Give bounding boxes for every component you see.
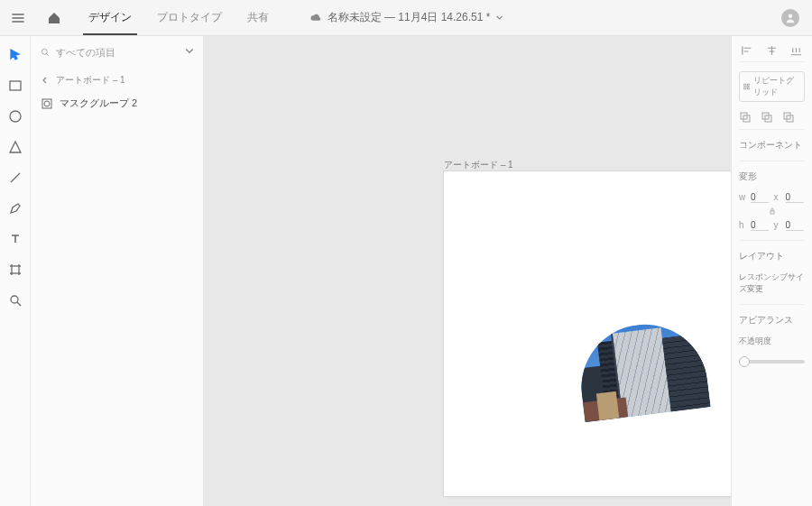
chevron-down-icon — [495, 14, 503, 22]
tab-share[interactable]: 共有 — [235, 0, 281, 35]
chevron-down-icon[interactable] — [185, 47, 194, 56]
section-component: コンポーネント — [739, 139, 805, 152]
svg-rect-3 — [12, 266, 19, 273]
section-appearance: アピアランス — [739, 314, 805, 327]
width-field[interactable]: w0 — [739, 192, 770, 203]
svg-point-7 — [44, 101, 50, 106]
search-icon — [40, 47, 51, 58]
menu-button[interactable] — [0, 0, 36, 36]
search-input[interactable] — [40, 43, 194, 61]
lock-icon — [769, 207, 776, 215]
rectangle-tool[interactable] — [7, 78, 23, 94]
artboard-tool[interactable] — [7, 262, 23, 278]
subtract-icon[interactable] — [761, 111, 773, 124]
tool-rail — [0, 36, 31, 506]
lock-aspect[interactable] — [739, 207, 805, 216]
opacity-slider-thumb[interactable] — [739, 356, 750, 367]
select-tool[interactable] — [7, 47, 23, 63]
artboard-icon — [8, 262, 23, 277]
tab-prototype[interactable]: プロトタイプ — [144, 0, 235, 35]
triangle-icon — [8, 140, 23, 154]
line-icon — [8, 170, 23, 185]
svg-point-4 — [11, 296, 18, 303]
repeat-grid-icon — [743, 82, 750, 91]
text-tool[interactable] — [7, 231, 23, 247]
svg-point-5 — [42, 49, 47, 54]
x-field[interactable]: X0 — [774, 192, 806, 203]
user-avatar[interactable] — [781, 9, 799, 27]
pen-icon — [8, 201, 23, 216]
boolean-ops — [739, 111, 805, 130]
section-layout: レイアウト — [739, 250, 805, 262]
layers-search — [40, 43, 194, 61]
rectangle-icon — [8, 78, 23, 93]
chevron-left-icon — [42, 77, 49, 84]
topbar-left-group: デザイン プロトタイプ 共有 — [0, 0, 281, 35]
svg-rect-10 — [744, 87, 746, 89]
layer-item[interactable]: マスクグループ 2 — [40, 94, 194, 113]
repeat-grid-button[interactable]: リピートグリッド — [739, 71, 805, 102]
breadcrumb-label: アートボード – 1 — [56, 74, 125, 87]
opacity-slider[interactable] — [739, 360, 805, 363]
pen-tool[interactable] — [7, 200, 23, 216]
svg-point-2 — [10, 111, 21, 122]
svg-rect-1 — [10, 81, 21, 90]
polygon-tool[interactable] — [7, 139, 23, 155]
height-field[interactable]: H0 — [739, 220, 770, 231]
svg-rect-8 — [744, 84, 746, 86]
align-right-icon[interactable] — [789, 45, 803, 56]
main-area: アートボード – 1 マスクグループ 2 アートボード – 1 — [0, 36, 812, 506]
transform-controls: w0 X0 H0 Y0 — [739, 192, 805, 231]
masked-image — [574, 317, 710, 422]
intersect-icon[interactable] — [782, 111, 795, 124]
magnify-icon — [8, 293, 23, 308]
mode-tabs: デザイン プロトタイプ 共有 — [76, 0, 281, 35]
svg-rect-11 — [747, 87, 749, 89]
canvas[interactable]: アートボード – 1 — [204, 36, 731, 506]
artboard-title[interactable]: アートボード – 1 — [444, 159, 513, 171]
line-tool[interactable] — [7, 170, 23, 186]
y-field[interactable]: Y0 — [774, 220, 806, 231]
opacity-label: 不透明度 — [739, 336, 805, 347]
app-topbar: デザイン プロトタイプ 共有 名称未設定 — 11月4日 14.26.51 * — [0, 0, 812, 36]
union-icon[interactable] — [739, 111, 752, 124]
text-icon — [8, 232, 23, 246]
cloud-icon — [309, 12, 322, 24]
svg-point-0 — [789, 14, 793, 18]
align-controls — [739, 43, 805, 62]
tab-design[interactable]: デザイン — [76, 0, 144, 35]
layer-item-label: マスクグループ 2 — [60, 97, 137, 110]
pointer-icon — [8, 48, 23, 62]
document-title-text: 名称未設定 — 11月4日 14.26.51 * — [328, 10, 491, 25]
zoom-tool[interactable] — [7, 292, 23, 308]
ellipse-tool[interactable] — [7, 108, 23, 124]
responsive-resize-label: レスポンシブサイズ変更 — [739, 271, 805, 295]
section-transform: 変形 — [739, 170, 805, 183]
hamburger-icon — [11, 11, 25, 25]
layers-panel: アートボード – 1 マスクグループ 2 — [31, 36, 204, 506]
align-left-icon[interactable] — [741, 45, 754, 56]
mask-group-object[interactable] — [574, 317, 710, 422]
repeat-grid-label: リピートグリッド — [753, 75, 800, 98]
document-title[interactable]: 名称未設定 — 11月4日 14.26.51 * — [309, 10, 503, 25]
home-icon — [47, 11, 61, 25]
ellipse-icon — [8, 109, 23, 124]
svg-rect-9 — [747, 84, 749, 86]
svg-rect-18 — [770, 211, 774, 214]
layers-breadcrumb-back[interactable]: アートボード – 1 — [42, 74, 194, 87]
user-icon — [785, 13, 796, 23]
artboard[interactable] — [444, 171, 731, 496]
align-center-icon[interactable] — [765, 45, 779, 56]
home-button[interactable] — [36, 0, 72, 36]
property-inspector: リピートグリッド コンポーネント 変形 w0 X0 H0 Y0 レイアウト レス… — [731, 36, 812, 506]
mask-group-icon — [42, 98, 52, 109]
